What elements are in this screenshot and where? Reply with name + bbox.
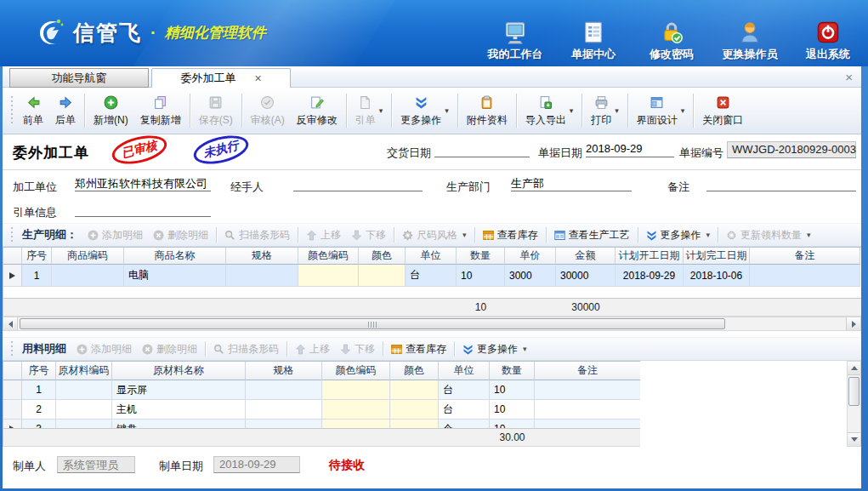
more-operations-button[interactable]: 更多操作 ▾	[394, 92, 455, 130]
column-header[interactable]: 原材料编码	[56, 362, 112, 380]
move-up-button[interactable]: 上移	[301, 226, 346, 244]
import-export-button[interactable]: 导入导出 ▾	[519, 92, 580, 130]
more-operations-button[interactable]: 更多操作 ▾	[457, 340, 532, 358]
table-cell[interactable]	[535, 380, 640, 400]
table-cell[interactable]: 1	[22, 265, 52, 287]
table-cell[interactable]: 30000	[556, 265, 616, 287]
column-header[interactable]: 颜色编码	[298, 248, 359, 265]
horizontal-scrollbar[interactable]	[3, 317, 861, 331]
table-cell[interactable]: 台	[439, 380, 490, 400]
ref-info-field[interactable]	[75, 202, 211, 217]
remark-field[interactable]	[706, 176, 856, 191]
view-stock-button[interactable]: 查看库存	[386, 340, 451, 358]
tab-function-navigator[interactable]: 功能导航窗	[9, 68, 149, 88]
audit-button[interactable]: 审核(A)	[245, 92, 291, 130]
next-bill-button[interactable]: 后单	[49, 92, 82, 130]
delete-detail-button[interactable]: 删除明细	[148, 226, 213, 244]
row-selector-cell[interactable]	[3, 380, 22, 400]
view-craft-button[interactable]: 查看生产工艺	[549, 226, 635, 244]
scrollbar-thumb[interactable]	[20, 318, 725, 329]
scroll-down-button[interactable]	[848, 432, 860, 446]
size-style-button[interactable]: 尺码风格 ▾	[397, 226, 472, 244]
scrollbar-thumb[interactable]	[848, 377, 859, 406]
vertical-scrollbar[interactable]	[847, 361, 861, 447]
unaudit-modify-button[interactable]: 反审修改	[291, 92, 343, 130]
table-cell[interactable]	[359, 265, 406, 287]
delivery-date-field[interactable]	[434, 142, 530, 157]
table-cell[interactable]: 2018-09-29	[616, 265, 684, 287]
copy-new-button[interactable]: 复制新增	[134, 92, 187, 130]
table-cell[interactable]	[390, 380, 439, 400]
dept-field[interactable]: 生产部	[511, 176, 632, 191]
print-button[interactable]: 打印 ▾	[585, 92, 625, 130]
exit-system-button[interactable]: 退出系统	[800, 19, 856, 62]
column-header[interactable]: 金额	[556, 248, 616, 265]
table-cell[interactable]: 台	[439, 400, 490, 420]
view-stock-button[interactable]: 查看库存	[478, 226, 543, 244]
document-center-button[interactable]: 单据中心	[565, 19, 621, 62]
close-window-button[interactable]: 关闭窗口	[696, 92, 749, 130]
column-header[interactable]: 商品名称	[124, 248, 226, 265]
column-header[interactable]: 计划开工日期	[616, 248, 684, 265]
toolbar-grip[interactable]	[9, 341, 14, 357]
table-cell[interactable]: 主机	[112, 400, 246, 420]
table-cell[interactable]: 10	[490, 380, 535, 400]
column-header[interactable]: 数量	[457, 248, 505, 265]
tab-strip-close-icon[interactable]: ×	[845, 70, 853, 84]
move-down-button[interactable]: 下移	[335, 340, 380, 358]
column-header[interactable]: 数量	[490, 362, 535, 380]
table-cell[interactable]: 2018-10-06	[684, 265, 750, 287]
column-header[interactable]: 单价	[505, 248, 556, 265]
column-header[interactable]: 序号	[22, 248, 52, 265]
row-selector-cell[interactable]	[3, 265, 22, 287]
table-cell[interactable]	[535, 400, 640, 420]
column-header[interactable]: 原材料名称	[112, 362, 246, 380]
table-cell[interactable]: 10	[490, 400, 535, 420]
column-header[interactable]: 颜色	[359, 248, 406, 265]
add-detail-button[interactable]: 添加明细	[82, 226, 148, 244]
tab-outsourcing-order[interactable]: 委外加工单 ×	[151, 68, 291, 88]
change-password-button[interactable]: 修改密码	[644, 19, 700, 62]
scan-barcode-button[interactable]: 扫描条形码	[208, 340, 284, 358]
column-header[interactable]: 备注	[535, 362, 640, 380]
column-header[interactable]: 颜色	[390, 362, 439, 380]
column-header[interactable]: 颜色编码	[322, 362, 390, 380]
ui-design-button[interactable]: 界面设计 ▾	[631, 92, 691, 130]
table-cell[interactable]	[56, 380, 112, 400]
table-cell[interactable]: 电脑	[124, 265, 226, 287]
scan-barcode-button[interactable]: 扫描条形码	[219, 226, 295, 244]
add-detail-button[interactable]: 添加明细	[71, 340, 137, 358]
column-header[interactable]: 规格	[226, 248, 298, 265]
toolbar-grip[interactable]	[9, 96, 14, 125]
more-operations-button[interactable]: 更多操作 ▾	[641, 226, 716, 244]
table-cell[interactable]	[226, 265, 298, 287]
table-cell[interactable]	[246, 400, 322, 420]
table-cell[interactable]	[52, 265, 124, 287]
column-header[interactable]: 商品编码	[52, 248, 124, 265]
column-header[interactable]: 计划完工日期	[684, 248, 750, 265]
tab-close-icon[interactable]: ×	[254, 72, 261, 84]
column-header[interactable]: 序号	[22, 362, 56, 380]
table-cell[interactable]: 1	[22, 380, 56, 400]
table-row[interactable]: 1电脑台103000300002018-09-292018-10-06	[3, 265, 861, 287]
table-cell[interactable]	[298, 265, 359, 287]
scroll-up-button[interactable]	[848, 362, 860, 375]
table-row[interactable]: 2主机台10	[3, 400, 640, 420]
ref-bill-button[interactable]: 引单 ▾	[349, 92, 389, 130]
column-header[interactable]: 单位	[439, 362, 490, 380]
move-down-button[interactable]: 下移	[346, 226, 391, 244]
table-cell[interactable]: 2	[22, 400, 56, 420]
scroll-left-button[interactable]	[3, 317, 18, 330]
table-cell[interactable]	[246, 380, 322, 400]
table-cell[interactable]	[56, 400, 112, 420]
table-cell[interactable]: 显示屏	[112, 380, 246, 400]
delete-detail-button[interactable]: 删除明细	[137, 340, 202, 358]
move-up-button[interactable]: 上移	[290, 340, 335, 358]
table-cell[interactable]	[322, 400, 390, 420]
table-cell[interactable]: 3000	[505, 265, 556, 287]
table-cell[interactable]: 10	[457, 265, 505, 287]
handler-field[interactable]	[293, 176, 423, 191]
my-workbench-button[interactable]: 我的工作台	[487, 19, 543, 62]
bill-date-field[interactable]: 2018-09-29	[586, 142, 674, 157]
table-cell[interactable]	[750, 265, 860, 287]
